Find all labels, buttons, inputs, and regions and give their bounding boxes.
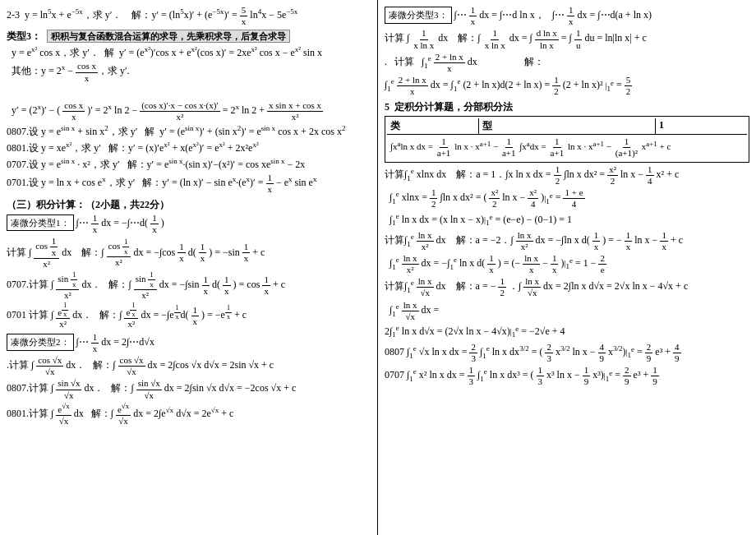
calc-lnx-sqx-q: 计算∫1e ln x√x dx 解：a = − 12 ．∫ ln x√x dx … — [385, 276, 749, 298]
type1-label: 凑微分类型1： — [7, 214, 74, 232]
q0807-left-integ: 0807.计算 ∫ sin √x√x dx． 解：∫ sin √x√x dx =… — [7, 378, 371, 400]
calc3-question: 计算 ∫ 1x ln x dx 解：∫ 1x ln x dx = ∫ d ln … — [385, 28, 749, 50]
problem-y-ex2-cosx: y = ex² cos x，求 y′． 解 y′ = (ex²)′cos x +… — [7, 44, 371, 60]
deriv-lines — [7, 85, 371, 99]
type3-label: 凑微分类型3： — [385, 7, 452, 24]
calc-lnx-x2-detail: ∫1e ln xx² dx = −∫1e ln x d( 1x ) = (− l… — [385, 253, 749, 275]
calc-lnx-x2-q: 计算∫1e ln xx² dx 解：a = −2．∫ ln xx² dx = −… — [385, 230, 749, 252]
type2-label: 凑微分类型2： — [7, 334, 74, 351]
problem-2-3-text: 2-3 y = ln5x + e−5x，求 y′． 解：y′ = (ln5x)′… — [7, 9, 240, 21]
section3-desc: 积积与复合函数混合运算的求导，先乘积求导，后复合求导 — [47, 30, 290, 43]
problem-0707-left: 0707.设 y = esin x · x²，求 y′ 解：y′ = esin … — [7, 156, 371, 172]
section-integral-header: （三）积分计算：（2小题，共22分） — [7, 197, 371, 212]
q0707-right: 0707 ∫1e x² ln x dx = 13 ∫1e ln x dx³ = … — [385, 365, 749, 387]
q0701-left-integ: 0701 计算 ∫ e1xx² dx． 解：∫ e1xx² dx = −∫e1x… — [7, 302, 371, 330]
col-lei: 类 — [387, 118, 479, 134]
calc-lnx-definite: ∫1e ln x dx = (x ln x − x)|1e = (e−e) − … — [385, 211, 749, 229]
q0707-left-integ: 0707.计算 ∫ sin 1xx² dx． 解：∫ sin 1xx² dx =… — [7, 270, 371, 301]
q0807-right: 0807 ∫1e √x ln x dx = 23 ∫1e ln x dx3/2 … — [385, 342, 749, 364]
type2-header: 凑微分类型2： ∫⋯ 1x dx = 2∫⋯d√x — [7, 332, 371, 354]
problem-0807-left: 0807.设 y = esin x + sin x2，求 y′ 解 y′ = (… — [7, 123, 371, 139]
problem-0701-left: 0701.设 y = ln x + cos ex，求 y′ 解：y′ = (ln… — [7, 173, 371, 195]
calc3-answer: ∫1e 2 + ln xx dx = ∫1e (2 + ln x)d(2 + l… — [385, 75, 749, 97]
line-2-3: 2-3 y = ln5x + e−5x，求 y′． 解：y′ = (ln5x)′… — [7, 5, 371, 27]
table-header-row: 类 型 1 — [387, 118, 747, 135]
problem-0801-left: 0801.设 y = xex²，求 y′ 解：y′ = (x)′ex² + x(… — [7, 140, 371, 155]
calc1-question: 计算 ∫ cos 1xx² dx 解：∫ cos 1xx² dx = −∫cos… — [7, 236, 371, 270]
section3-header: 类型3： 积积与复合函数混合运算的求导，先乘积求导，后复合求导 — [7, 29, 371, 44]
problem-y-2x: 其他：y = 2x − cos xx，求 y′. — [7, 61, 371, 83]
formula-main-row: ∫xaln x dx = 1a+1 ln x · xa+1 − 1a+1 ∫xa… — [387, 135, 747, 160]
y-prime-line: y′ = (2x)′ − ( cos xx )′ = 2x ln 2 − (co… — [7, 100, 371, 122]
type3-header-right: 凑微分类型3： ∫⋯ 1x dx = ∫⋯d ln x， ∫⋯ 1x dx = … — [385, 5, 749, 27]
formula-table: 类 型 1 ∫xaln x dx = 1a+1 ln x · xa+1 − 1a… — [385, 116, 749, 163]
calc-lnx-sqx-intermediate: ∫1e ln x√x dx = — [385, 300, 749, 322]
col-num: 1 — [656, 118, 747, 134]
q0801-left-integ: 0801.计算 ∫ e√x√x dx 解：∫ e√x√x dx = 2∫e√x … — [7, 402, 371, 427]
calc2-question: .计算 ∫ cos √x√x dx． 解：∫ cos √x√x dx = 2∫c… — [7, 355, 371, 377]
left-panel: 2-3 y = ln5x + e−5x，求 y′． 解：y′ = (ln5x)′… — [0, 0, 378, 535]
calc-lnx-sqx-detail: 2∫1e ln x d√x = (2√x ln x − 4√x)|1e = −2… — [385, 323, 749, 341]
calc3-blank: . 计算 ∫1e 2 + ln xx dx 解： — [385, 52, 749, 74]
col-xing: 型 — [479, 118, 656, 134]
right-panel: 凑微分类型3： ∫⋯ 1x dx = ∫⋯d ln x， ∫⋯ 1x dx = … — [378, 0, 756, 535]
calc-xlnx-detail: ∫1e xlnx = 12 ∫ln x dx² = ( x²2 ln x − x… — [385, 187, 749, 210]
calc-xlnx-q: 计算∫1e xlnx dx 解：a = 1．∫x ln x dx = 12 ∫l… — [385, 164, 749, 187]
type1-header: 凑微分类型1： ∫⋯ 1x dx = −∫⋯d( 1x ) — [7, 213, 371, 235]
section5-header: 5 定积分计算题，分部积分法 — [385, 99, 749, 114]
